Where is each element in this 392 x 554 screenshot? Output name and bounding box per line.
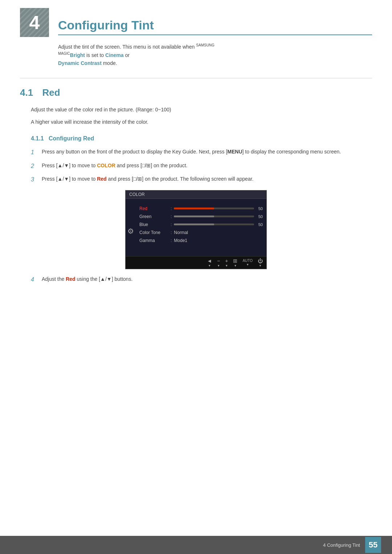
cinema-highlight: Cinema — [105, 52, 124, 58]
red-word-step4: Red — [66, 276, 75, 282]
section-41-num: 4.1 — [20, 87, 33, 98]
section-divider — [20, 78, 372, 78]
chapter-intro: Adjust the tint of the screen. This menu… — [58, 42, 372, 67]
step-1: 1 Press any button on the front of the p… — [31, 148, 372, 157]
intro-text-end: mode. — [102, 60, 117, 66]
section-41: 4.1 Red Adjust the value of the color re… — [20, 87, 372, 284]
subsection-411-title: 4.1.1 Configuring Red — [31, 135, 372, 142]
nav-enter-arrow: ▼ — [234, 264, 237, 267]
intro-text-or: or — [124, 52, 130, 58]
menu-bar-blue: 50 — [174, 222, 263, 227]
menu-item-blue-name: Blue — [139, 222, 168, 227]
menu-item-colortone-name: Color Tone — [139, 230, 168, 235]
step-2-text: Press [▲/▼] to move to COLOR and press [… — [42, 161, 372, 169]
step-4-text: Adjust the Red using the [▲/▼] buttons. — [42, 275, 372, 283]
menu-item-red: Red : 50 — [136, 205, 266, 213]
menu-bar-green-track — [174, 216, 254, 217]
step-3-text: Press [▲/▼] to move to Red and press [□/… — [42, 175, 372, 183]
menu-bar-blue-value: 50 — [256, 222, 263, 227]
menu-item-colortone-value: Normal — [174, 230, 188, 235]
nav-left-icon: ◄ — [207, 258, 212, 264]
nav-btn-auto: AUTO ▼ — [242, 259, 253, 266]
chapter-number-box: 4 — [20, 8, 49, 37]
steps-list: 1 Press any button on the front of the p… — [31, 148, 372, 184]
step-2: 2 Press [▲/▼] to move to COLOR and press… — [31, 161, 372, 171]
monitor-nav: ◄ ▼ − ▼ + ▼ ⊞ ▼ — [126, 256, 266, 269]
nav-btn-plus: + ▼ — [225, 258, 228, 267]
nav-enter-icon: ⊞ — [233, 258, 237, 264]
section-41-name: Red — [42, 87, 60, 98]
nav-plus-icon: + — [225, 258, 228, 264]
section-41-para1: Adjust the value of the color red in the… — [31, 106, 372, 114]
subsection-411-name: Configuring Red — [49, 135, 94, 141]
chapter-title: Configuring Tint — [58, 18, 372, 35]
nav-power-arrow: ▼ — [259, 264, 262, 267]
step-4: 4 Adjust the Red using the [▲/▼] buttons… — [31, 275, 372, 284]
step-4-num: 4 — [31, 275, 39, 284]
section-41-title: 4.1 Red — [20, 87, 372, 98]
menu-bar-blue-fill — [174, 223, 214, 225]
intro-text-before: Adjust the tint of the screen. This menu… — [58, 44, 196, 50]
menu-item-green: Green : 50 — [136, 213, 266, 221]
nav-power-icon: ⏻ — [258, 258, 263, 264]
menu-item-red-name: Red — [139, 206, 168, 211]
nav-btn-enter: ⊞ ▼ — [233, 258, 237, 267]
steps-list-continued: 4 Adjust the Red using the [▲/▼] buttons… — [31, 275, 372, 284]
monitor-sidebar-icon: ⚙ — [127, 227, 134, 235]
nav-btn-left: ◄ ▼ — [207, 258, 212, 267]
menu-bar-green-fill — [174, 216, 214, 217]
footer-chapter-text: 4 Configuring Tint — [323, 542, 360, 548]
menu-item-gamma-value: Mode1 — [174, 238, 187, 243]
monitor-header-text: COLOR — [129, 192, 145, 197]
nav-btn-power: ⏻ ▼ — [258, 258, 263, 267]
footer-page-number: 55 — [365, 537, 381, 553]
menu-item-colortone: Color Tone : Normal — [136, 229, 266, 237]
chapter-number: 4 — [29, 13, 40, 32]
menu-bar-red-track — [174, 208, 254, 209]
menu-bar-green-value: 50 — [256, 214, 263, 219]
monitor-body: ⚙ Red : 50 — [126, 199, 266, 256]
menu-bar-red-value: 50 — [256, 206, 263, 211]
nav-auto-label: AUTO — [242, 259, 253, 263]
section-41-para2: A higher value will increase the intensi… — [31, 118, 372, 127]
subsection-411: 4.1.1 Configuring Red 1 Press any button… — [20, 135, 372, 284]
chapter-title-row: Configuring Tint — [20, 8, 372, 35]
intro-text-mid: is set to — [85, 52, 105, 58]
red-word-step3: Red — [97, 176, 106, 182]
menu-item-blue: Blue : 50 — [136, 221, 266, 229]
menu-item-gamma-name: Gamma — [139, 238, 168, 243]
monitor-screenshot: COLOR ⚙ Red : — [125, 190, 267, 269]
bright-highlight: Bright — [70, 52, 85, 58]
color-word: COLOR — [97, 163, 115, 168]
step-3-num: 3 — [31, 175, 39, 184]
monitor-sidebar: ⚙ — [126, 202, 136, 253]
dynamic-contrast-highlight: Dynamic Contrast — [58, 60, 102, 66]
monitor-menu: Red : 50 Green : — [136, 202, 266, 253]
nav-left-arrow: ▼ — [208, 264, 211, 267]
step-1-num: 1 — [31, 148, 39, 157]
nav-btn-minus: − ▼ — [217, 258, 220, 267]
menu-bar-red-fill — [174, 208, 214, 209]
menu-item-gamma: Gamma : Mode1 — [136, 237, 266, 245]
page-footer: 4 Configuring Tint 55 — [0, 536, 392, 554]
subsection-411-num: 4.1.1 — [31, 135, 44, 141]
step-2-num: 2 — [31, 161, 39, 171]
nav-minus-arrow: ▼ — [217, 264, 220, 267]
menu-item-green-name: Green — [139, 214, 168, 219]
nav-auto-arrow: ▼ — [246, 263, 249, 266]
menu-bar-green: 50 — [174, 214, 263, 219]
menu-bar-blue-track — [174, 223, 254, 225]
page-content: Configuring Tint Adjust the tint of the … — [0, 0, 392, 322]
section-41-body: Adjust the value of the color red in the… — [31, 106, 372, 127]
monitor-header: COLOR — [126, 190, 266, 199]
step-1-text: Press any button on the front of the pro… — [42, 148, 372, 156]
step-3: 3 Press [▲/▼] to move to Red and press [… — [31, 175, 372, 184]
nav-plus-arrow: ▼ — [225, 264, 228, 267]
menu-key-label: MENU — [227, 149, 242, 155]
nav-minus-icon: − — [217, 258, 220, 264]
menu-bar-red: 50 — [174, 206, 263, 211]
